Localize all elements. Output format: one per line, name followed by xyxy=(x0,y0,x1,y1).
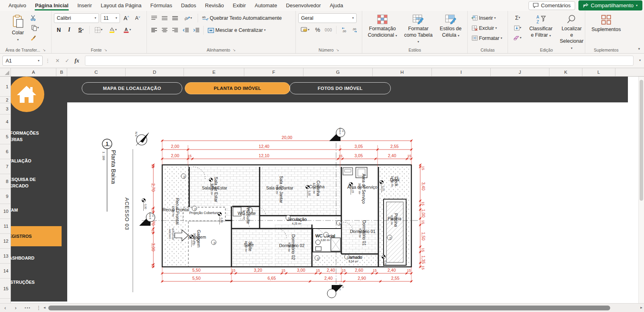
menu-tab-dados[interactable]: Dados xyxy=(177,0,201,11)
bold-button[interactable]: N xyxy=(54,25,64,34)
align-right-button[interactable] xyxy=(170,26,180,35)
column-header-K[interactable]: K xyxy=(549,68,582,76)
menu-tab-desenvolvedor[interactable]: Desenvolvedor xyxy=(281,0,325,11)
fill-button[interactable]: ▾ xyxy=(510,23,525,32)
increase-font-button[interactable]: A˄ xyxy=(122,14,131,23)
underline-button[interactable]: S▾ xyxy=(75,25,87,34)
align-middle-button[interactable] xyxy=(160,14,169,23)
clear-button[interactable]: ▾ xyxy=(510,33,525,42)
cut-button[interactable] xyxy=(29,13,38,22)
font-size-select[interactable]: 11▾ xyxy=(101,13,120,23)
column-header-H[interactable]: H xyxy=(373,68,432,76)
scroll-left-icon[interactable]: ◂ xyxy=(43,305,45,310)
column-header-L[interactable]: L xyxy=(582,68,615,76)
align-bottom-button[interactable] xyxy=(170,14,180,23)
menu-tab-fórmulas[interactable]: Fórmulas xyxy=(146,0,177,11)
font-color-button[interactable]: A ▾ xyxy=(120,25,134,34)
merge-center-button[interactable]: Mesclar e Centralizar ▾ xyxy=(206,25,267,35)
align-top-button[interactable] xyxy=(149,14,159,23)
expand-formula-bar-icon[interactable]: ▾ xyxy=(639,58,641,62)
insert-function-button[interactable]: fx xyxy=(72,58,82,64)
horizontal-scrollbar[interactable]: ◂ ▸ xyxy=(43,304,637,312)
dialog-launcher-icon[interactable]: ↘ xyxy=(104,48,107,52)
decrease-indent-button[interactable] xyxy=(181,26,190,35)
row-header-15[interactable]: 15 xyxy=(0,279,11,299)
decrease-font-button[interactable]: A˅ xyxy=(133,14,142,23)
scroll-right-icon[interactable]: ▸ xyxy=(640,305,642,310)
name-box[interactable]: A1 ▾ xyxy=(2,56,43,66)
copy-button[interactable]: ▾ xyxy=(29,23,42,32)
collapse-ribbon-icon[interactable]: ▾ xyxy=(638,47,640,51)
home-button[interactable] xyxy=(9,77,44,112)
row-header-12[interactable]: 12 xyxy=(0,234,11,249)
align-left-button[interactable] xyxy=(149,26,159,35)
number-format-select[interactable]: Geral▾ xyxy=(298,13,357,23)
nav-pill-2[interactable]: PLANTA DO IMÓVEL xyxy=(185,82,290,94)
column-header-J[interactable]: J xyxy=(491,68,549,76)
wrap-text-button[interactable]: ab Quebrar Texto Automaticamente xyxy=(200,13,283,23)
enter-icon[interactable]: ✓ xyxy=(62,58,72,64)
vertical-scrollbar[interactable] xyxy=(638,77,644,303)
menu-tab-automate[interactable]: Automate xyxy=(250,0,282,11)
nav-pill-3[interactable]: FOTOS DO IMÓVEL xyxy=(289,82,391,94)
menu-tab-inserir[interactable]: Inserir xyxy=(73,0,96,11)
insert-cells-button[interactable]: Inserir▾ xyxy=(470,14,505,22)
decrease-decimal-button[interactable]: .00 xyxy=(350,25,359,34)
nav-pill-1[interactable]: MAPA DE LOCALIZAÇÃO xyxy=(82,82,182,94)
format-painter-button[interactable] xyxy=(29,33,38,42)
column-header-D[interactable]: D xyxy=(126,68,184,76)
dialog-launcher-icon[interactable]: ↘ xyxy=(336,48,339,52)
font-name-select[interactable]: Calibri▾ xyxy=(54,13,99,23)
autosum-button[interactable]: Σ▾ xyxy=(510,13,525,22)
italic-button[interactable]: I xyxy=(64,25,74,34)
conditional-formatting-button[interactable]: Formatação Condicional ▾ xyxy=(365,12,400,40)
thousands-button[interactable]: 000 xyxy=(324,25,333,34)
row-header-6[interactable]: 6 xyxy=(0,144,11,159)
column-header-E[interactable]: E xyxy=(184,68,244,76)
orientation-button[interactable]: ab ▾ xyxy=(181,14,195,23)
row-header-10[interactable]: 10 xyxy=(0,204,11,219)
row-header-1[interactable]: 1 xyxy=(0,77,11,97)
menu-tab-revisão[interactable]: Revisão xyxy=(200,0,228,11)
horizontal-scroll-thumb[interactable] xyxy=(48,306,610,310)
column-header-I[interactable]: I xyxy=(432,68,491,76)
next-sheet-button[interactable]: › xyxy=(10,305,21,311)
more-sheets-icon[interactable]: ••• xyxy=(21,306,35,310)
row-header-11[interactable]: 11 xyxy=(0,219,11,234)
column-header-A[interactable]: A xyxy=(11,68,56,76)
column-header-C[interactable]: C xyxy=(67,68,126,76)
prev-sheet-button[interactable]: ‹ xyxy=(0,305,10,311)
column-header-F[interactable]: F xyxy=(244,68,303,76)
menu-tab-ajuda[interactable]: Ajuda xyxy=(325,0,347,11)
row-header-8[interactable]: 8 xyxy=(0,174,11,189)
increase-decimal-button[interactable]: .00 xyxy=(339,25,349,34)
row-header-14[interactable]: 14 xyxy=(0,264,11,279)
comments-button[interactable]: Comentários xyxy=(528,1,575,10)
formula-input[interactable] xyxy=(85,56,634,66)
find-select-button[interactable]: Localizar e Selecionar ▾ xyxy=(557,12,586,53)
delete-cells-button[interactable]: Excluir▾ xyxy=(470,24,505,32)
menu-tab-layout-da-página[interactable]: Layout da Página xyxy=(96,0,146,11)
column-header-B[interactable]: B xyxy=(56,68,67,76)
borders-button[interactable]: ▾ xyxy=(92,25,105,34)
percent-button[interactable]: % xyxy=(313,25,322,34)
select-all-button[interactable] xyxy=(0,68,11,76)
column-header-G[interactable]: G xyxy=(303,68,373,76)
menu-tab-página-inicial[interactable]: Página Inicial xyxy=(31,0,73,11)
row-header-9[interactable]: 9 xyxy=(0,189,11,204)
paste-button[interactable]: Colar▾ xyxy=(9,12,27,44)
align-center-button[interactable] xyxy=(160,26,169,35)
row-header-5[interactable]: 5 xyxy=(0,129,11,144)
row-header-2[interactable]: 2 xyxy=(0,97,11,103)
format-cells-button[interactable]: Formatar▾ xyxy=(470,34,505,42)
row-header-13[interactable]: 13 xyxy=(0,249,11,264)
cancel-icon[interactable]: ✕ xyxy=(53,58,62,64)
addins-button[interactable]: Suplementos xyxy=(589,12,624,35)
row-header-4[interactable]: 4 xyxy=(0,114,11,129)
tab-splitter-icon[interactable]: ⋮ xyxy=(35,305,43,311)
menu-tab-exibir[interactable]: Exibir xyxy=(228,0,250,11)
accounting-format-button[interactable]: ▾ xyxy=(298,25,312,34)
fill-color-button[interactable]: ▾ xyxy=(106,25,120,34)
drag-handle-icon[interactable]: ⋮ xyxy=(45,58,50,64)
share-button[interactable]: Compartilhamento ▾ xyxy=(578,0,642,10)
